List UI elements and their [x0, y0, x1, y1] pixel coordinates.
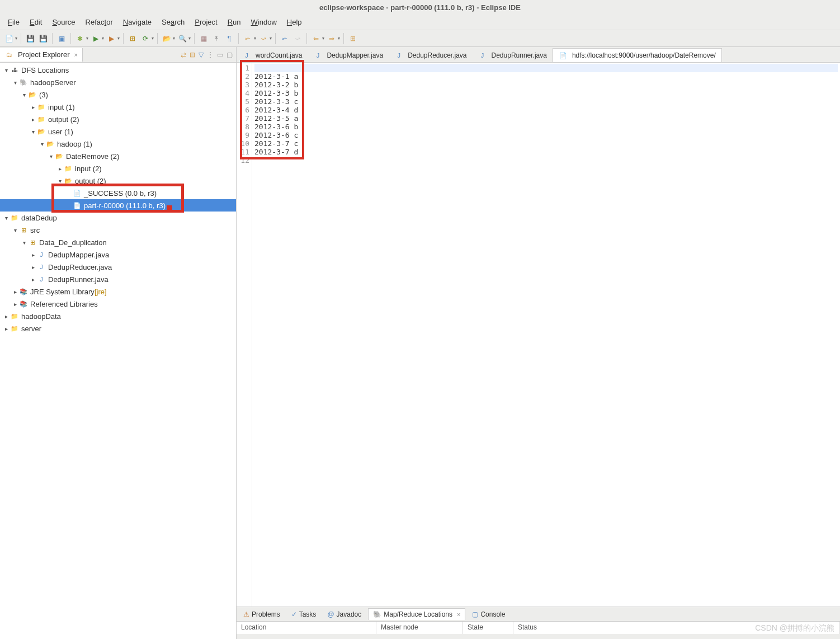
node-input2[interactable]: ▸📁input (2) [0, 162, 236, 175]
explorer-icon: 🗂 [4, 50, 13, 59]
maximize-icon[interactable]: ▢ [226, 51, 233, 59]
tab-reducer[interactable]: JDedupReducer.java [389, 49, 472, 62]
menu-project[interactable]: Project [190, 16, 221, 28]
node-server[interactable]: ▸📁server [0, 322, 236, 335]
save-icon[interactable]: 💾 [25, 33, 36, 44]
tab-tasks[interactable]: ✓Tasks [287, 609, 321, 620]
task-icon[interactable]: ▦ [198, 33, 209, 44]
java-icon: J [37, 275, 46, 284]
back-icon[interactable]: ⇐ [310, 33, 322, 44]
node-user1[interactable]: ▾📂user (1) [0, 125, 236, 138]
main-area: 🗂 Project Explorer × ⇄ ⊟ ▽ ⋮ ▭ ▢ ▾🖧DFS L… [0, 47, 840, 639]
col-state[interactable]: State [463, 622, 513, 634]
menu-source[interactable]: Source [48, 16, 79, 28]
tree[interactable]: ▾🖧DFS Locations ▾🐘hadoopServer ▾📂(3) ▸📁i… [0, 63, 236, 639]
editor[interactable]: 123456789101112 2012-3-1 a2012-3-2 b2012… [237, 63, 840, 607]
para-icon[interactable]: ¶ [224, 33, 235, 44]
project-icon: 📁 [10, 324, 19, 333]
folder-icon: 📂 [55, 152, 64, 161]
node-3[interactable]: ▾📂(3) [0, 88, 236, 101]
menu-window[interactable]: Window [247, 16, 281, 28]
forward-icon[interactable]: ⇒ [326, 33, 337, 44]
tab-wordcount[interactable]: JwordCount.java [237, 49, 308, 62]
node-dateremove[interactable]: ▾📂DateRemove (2) [0, 150, 236, 162]
bottom-headers: Location Master node State Status [237, 622, 840, 634]
dfs-icon: 🖧 [10, 65, 19, 74]
pin-icon[interactable]: 🖈 [211, 33, 222, 44]
src-icon: ⊞ [19, 225, 28, 234]
menu-edit[interactable]: Edit [25, 16, 46, 28]
run-icon[interactable]: ▶ [90, 33, 101, 44]
tab-mapper[interactable]: JDedupMapper.java [308, 49, 389, 62]
menu-navigate[interactable]: Navigate [119, 16, 156, 28]
collapse-icon[interactable]: ⇄ [181, 51, 186, 59]
save-all-icon[interactable]: 💾 [37, 33, 49, 44]
node-jre[interactable]: ▸📚JRE System Library [jre] [0, 285, 236, 298]
tab-javadoc[interactable]: @Javadoc [323, 609, 366, 620]
java-icon: J [478, 51, 487, 60]
new-package-icon[interactable]: ⊞ [127, 33, 138, 44]
search-icon[interactable]: 🔍 [177, 33, 188, 44]
node-mapper[interactable]: ▸JDedupMapper.java [0, 248, 236, 261]
tab-problems[interactable]: ⚠Problems [239, 609, 285, 620]
folder-icon: 📂 [64, 176, 73, 185]
redo-nav-icon[interactable]: ⤻ [292, 33, 303, 44]
new-java-icon[interactable]: 📂 [161, 33, 172, 44]
menu-icon[interactable]: ⋮ [207, 51, 214, 59]
java-icon: J [313, 51, 322, 60]
next-icon[interactable]: ⤻ [258, 33, 269, 44]
undo-nav-icon[interactable]: ⤺ [279, 33, 290, 44]
node-datadedup[interactable]: ▾📁dataDedup [0, 212, 236, 224]
node-success[interactable]: 📄_SUCCESS (0.0 b, r3) [0, 187, 236, 199]
project-explorer-panel: 🗂 Project Explorer × ⇄ ⊟ ▽ ⋮ ▭ ▢ ▾🖧DFS L… [0, 47, 237, 639]
refresh-icon[interactable]: ⟳ [140, 33, 151, 44]
menu-refactor[interactable]: Refactor [81, 16, 117, 28]
close-icon[interactable]: × [457, 611, 460, 618]
node-runner[interactable]: ▸JDedupRunner.java [0, 273, 236, 285]
node-dfs[interactable]: ▾🖧DFS Locations [0, 64, 236, 76]
node-hadoopserver[interactable]: ▾🐘hadoopServer [0, 76, 236, 88]
node-hadoop1[interactable]: ▾📂hadoop (1) [0, 138, 236, 150]
close-icon[interactable]: × [74, 51, 77, 58]
tab-runner[interactable]: JDedupRunner.java [473, 49, 553, 62]
tab-console[interactable]: ▢Console [468, 609, 509, 620]
toolbar: 📄▾ 💾 💾 ▣ ✱▾ ▶▾ ▶▾ ⊞ ⟳▾ 📂▾ 🔍▾ ▦ 🖈 ¶ ⤺▾ ⤻▾… [0, 30, 840, 47]
explorer-tab[interactable]: 🗂 Project Explorer × [0, 48, 83, 62]
folder-icon: 📂 [37, 127, 46, 136]
col-location[interactable]: Location [237, 622, 376, 634]
elephant-icon: 🐘 [19, 78, 28, 87]
menu-help[interactable]: Help [282, 16, 306, 28]
bottom-tabs: ⚠Problems ✓Tasks @Javadoc 🐘Map/Reduce Lo… [237, 607, 840, 622]
new-icon[interactable]: 📄 [3, 33, 15, 44]
debug-icon[interactable]: ✱ [74, 33, 86, 44]
code-content[interactable]: 2012-3-1 a2012-3-2 b2012-3-3 b2012-3-3 c… [252, 63, 840, 607]
node-hadoopdata[interactable]: ▸📁hadoopData [0, 310, 236, 322]
node-part[interactable]: 📄part-r-00000 (111.0 b, r3) [0, 199, 236, 212]
menu-run[interactable]: Run [223, 16, 246, 28]
node-reflibs[interactable]: ▸📚Referenced Libraries [0, 298, 236, 310]
col-master[interactable]: Master node [376, 622, 463, 634]
folder-icon: 📁 [37, 102, 46, 111]
toggle-icon[interactable]: ▣ [56, 33, 67, 44]
menu-file[interactable]: File [3, 16, 24, 28]
node-pkg[interactable]: ▾⊞Data_De_duplication [0, 236, 236, 248]
node-src[interactable]: ▾⊞src [0, 224, 236, 236]
filter-icon[interactable]: ▽ [199, 51, 204, 59]
node-output2[interactable]: ▾📂output (2) [0, 175, 236, 187]
minimize-icon[interactable]: ▭ [217, 51, 223, 59]
node-input1[interactable]: ▸📁input (1) [0, 101, 236, 113]
link-icon[interactable]: ⊟ [190, 51, 195, 59]
java-icon: J [394, 51, 403, 60]
node-output2top[interactable]: ▸📁output (2) [0, 113, 236, 125]
coverage-icon[interactable]: ▶ [106, 33, 117, 44]
tab-mapreduce[interactable]: 🐘Map/Reduce Locations× [368, 608, 465, 620]
menu-search[interactable]: Search [157, 16, 189, 28]
perspective-icon[interactable]: ⊞ [347, 33, 358, 44]
node-reducer[interactable]: ▸JDedupReducer.java [0, 261, 236, 273]
folder-icon: 📂 [28, 90, 37, 99]
prev-icon[interactable]: ⤺ [242, 33, 253, 44]
tab-hdfs[interactable]: 📄hdfs://localhost:9000/user/hadoop/DateR… [553, 48, 722, 62]
window-title: eclipse-workspace - part-r-00000 (111.0 … [319, 3, 521, 12]
project-icon: 📁 [10, 213, 19, 222]
file-icon: 📄 [73, 189, 82, 198]
